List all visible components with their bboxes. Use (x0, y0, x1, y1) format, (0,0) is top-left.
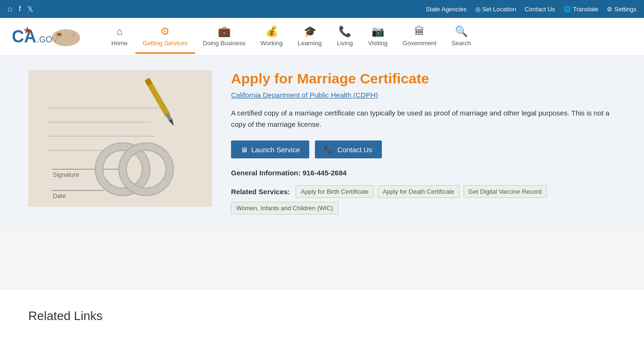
nav-learning[interactable]: 🎓 Learning (290, 20, 330, 54)
doing-business-icon: 💼 (218, 25, 231, 38)
action-buttons: 🖥 Launch Service 📞 Contact Us (231, 140, 616, 158)
government-icon: 🏛 (414, 25, 425, 38)
hero-section: Signature Date Apply for Marriage Certif… (0, 56, 644, 229)
svg-point-5 (71, 33, 75, 37)
general-info: General Information: 916-445-2684 (231, 169, 616, 177)
state-agencies-link[interactable]: State Agencies (426, 6, 467, 13)
social-icons: ⌂ f 𝕏 (8, 5, 33, 14)
related-links-title: Related Links (28, 309, 616, 323)
related-links-section: Related Links (0, 290, 644, 352)
marriage-svg: Signature Date (28, 70, 212, 207)
search-nav-icon: 🔍 (455, 25, 468, 38)
nav-living[interactable]: 📞 Living (329, 20, 360, 54)
related-service-tag[interactable]: Apply for Death Certificate (378, 185, 460, 198)
settings-link[interactable]: ⚙ Settings (607, 6, 636, 13)
service-details: Apply for Marriage Certificate Californi… (231, 70, 616, 214)
svg-point-7 (58, 33, 61, 36)
svg-text:CA: CA (12, 27, 36, 46)
home-nav-icon: ⌂ (116, 25, 123, 38)
home-icon[interactable]: ⌂ (8, 5, 12, 13)
phone-icon: 📞 (324, 145, 333, 154)
svg-text:Signature: Signature (53, 171, 79, 178)
related-service-tag[interactable]: Apply for Birth Certificate (296, 185, 374, 198)
related-service-tag[interactable]: Women, Infants and Children (WIC) (231, 202, 339, 214)
twitter-icon[interactable]: 𝕏 (27, 5, 33, 14)
svg-point-3 (52, 29, 80, 46)
nav-visiting[interactable]: 📷 Visiting (360, 20, 395, 54)
launch-service-button[interactable]: 🖥 Launch Service (231, 140, 309, 158)
location-icon: ◎ (475, 6, 480, 13)
svg-rect-9 (28, 70, 212, 207)
top-bar-right: State Agencies ◎ Set Location Contact Us… (426, 6, 636, 13)
set-location-link[interactable]: ◎ Set Location (475, 6, 516, 13)
learning-icon: 🎓 (304, 25, 316, 38)
nav-search[interactable]: 🔍 Search (444, 20, 479, 54)
service-image: Signature Date (28, 70, 212, 207)
nav-doing-business[interactable]: 💼 Doing Business (195, 20, 253, 54)
contact-us-topbar-link[interactable]: Contact Us (525, 6, 555, 13)
service-title: Apply for Marriage Certificate (231, 70, 616, 87)
settings-icon: ⚙ (607, 6, 612, 13)
lower-section (0, 229, 644, 290)
dept-link[interactable]: California Department of Public Health (… (231, 91, 616, 99)
visiting-icon: 📷 (372, 25, 384, 38)
related-services: Related Services: Apply for Birth Certif… (231, 185, 616, 214)
nav-items: ⌂ Home ⚙ Getting Services 💼 Doing Busine… (104, 20, 635, 54)
svg-text:Date: Date (53, 192, 66, 199)
nav-government[interactable]: 🏛 Government (395, 20, 444, 54)
cagov-logo: CA .GOV (9, 23, 90, 51)
nav-getting-services[interactable]: ⚙ Getting Services (135, 20, 195, 54)
contact-us-button[interactable]: 📞 Contact Us (315, 140, 381, 158)
logo[interactable]: CA .GOV (9, 18, 90, 56)
living-icon: 📞 (339, 25, 351, 38)
nav-working[interactable]: 💰 Working (253, 20, 290, 54)
related-label: Related Services: (231, 188, 290, 196)
monitor-icon: 🖥 (240, 146, 248, 154)
translate-icon: 🌐 (563, 6, 571, 13)
working-icon: 💰 (265, 25, 278, 38)
top-bar: ⌂ f 𝕏 State Agencies ◎ Set Location Cont… (0, 0, 644, 18)
related-service-tag[interactable]: Get Digital Vaccine Record (463, 185, 547, 198)
facebook-icon[interactable]: f (19, 5, 21, 13)
getting-services-icon: ⚙ (160, 25, 170, 38)
translate-link[interactable]: 🌐 Translate (563, 6, 598, 13)
nav-bar: CA .GOV ⌂ Home ⚙ Getting Services 💼 Doin… (0, 18, 644, 56)
service-description: A certified copy of a marriage certifica… (231, 107, 616, 130)
nav-home[interactable]: ⌂ Home (104, 20, 135, 54)
